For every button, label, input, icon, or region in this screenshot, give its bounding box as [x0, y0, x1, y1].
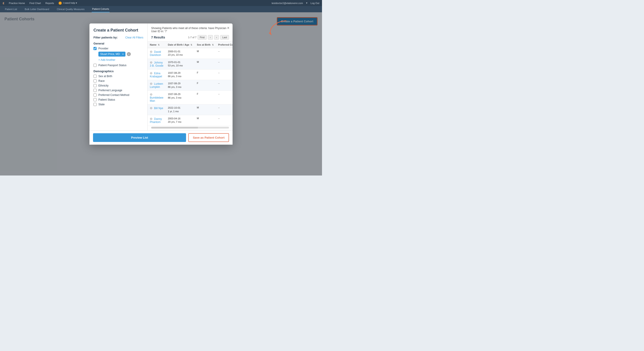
dob-cell: 1937-08-2986 yrs, 3 mo [166, 91, 195, 104]
state-label: State [98, 103, 105, 106]
patient-name-link[interactable]: Bumblebee Man [150, 96, 164, 102]
sex-cell: M [194, 104, 216, 115]
sex-cell: M [194, 48, 216, 59]
row-exclude-icon: ⊖ [150, 117, 152, 120]
dob-cell: 1970-01-0153 yrs, 10 mo [166, 58, 195, 69]
sub-nav: Patient List Bulk Letter Dashboard Clini… [0, 6, 322, 12]
filter-sex: Sex at Birth [94, 75, 143, 78]
row-exclude-icon: ⊖ [150, 106, 152, 110]
subnav-patient-cohorts[interactable]: Patient Cohorts [92, 6, 110, 12]
filter-ethnicity: Ethnicity [94, 84, 143, 87]
nav-practice-home[interactable]: Practice Home [9, 2, 25, 4]
table-row: ⊖ Bill Nye 2022-10-011 yr, 1 mo M – – [148, 104, 232, 115]
sort-icon-dob: ⇅ [190, 44, 192, 46]
clear-all-filters-link[interactable]: Clear All Filters [125, 36, 143, 39]
state-checkbox[interactable] [94, 103, 96, 106]
col-preferred-contact[interactable]: Preferred Contact Method ⇅ [216, 42, 232, 48]
pagination-first[interactable]: First [198, 35, 206, 40]
dob-cell: 2000-01-0123 yrs, 10 mo [166, 48, 195, 59]
race-label: Race [98, 79, 105, 82]
contact-method-label: Preferred Contact Method [98, 94, 129, 96]
preview-list-button[interactable]: Preview List [93, 133, 186, 142]
page-range: 1-7 of 7 [188, 36, 196, 39]
clear-provider-button[interactable]: × [127, 52, 131, 56]
filter-passport: Patient Passport Status [94, 64, 143, 67]
dob-cell: 2022-10-011 yr, 1 mo [166, 104, 195, 115]
preferred-contact-cell: – [216, 104, 232, 115]
subnav-cqm[interactable]: Clinical Quality Measures [56, 6, 85, 12]
modal-close-button[interactable]: × [227, 26, 230, 30]
filter-by-label: Filter patients by: [94, 36, 118, 39]
logo: ε [3, 1, 4, 5]
modal-footer: Preview List Save as Patient Cohort [90, 130, 232, 145]
row-exclude-icon: ⊖ [150, 60, 152, 64]
language-label: Preferred Language [98, 89, 122, 92]
dob-cell: 1937-08-2986 yrs, 3 mo [166, 69, 195, 80]
page-background: Create a Patient Cohort Patient Cohorts … [0, 12, 322, 176]
sex-label: Sex at Birth [98, 75, 112, 78]
sex-cell: M [194, 115, 216, 126]
sex-checkbox[interactable] [94, 75, 96, 78]
table-row: ⊖ Bumblebee Man 1937-08-2986 yrs, 3 mo F… [148, 91, 232, 104]
subnav-bulk-letter[interactable]: Bulk Letter Dashboard [24, 6, 50, 12]
row-exclude-icon: ⊖ [150, 82, 152, 86]
sex-cell: F [194, 80, 216, 91]
ethnicity-label: Ethnicity [98, 84, 108, 87]
preferred-contact-cell: – [216, 69, 232, 80]
filter-patient-status: Patient Status [94, 98, 143, 101]
top-nav: ε Practice Home Find Chart Reports ! I n… [0, 0, 322, 6]
preferred-contact-cell: – [216, 80, 232, 91]
contact-method-checkbox[interactable] [94, 94, 96, 96]
patient-name-link[interactable]: Bill Nye [154, 107, 163, 110]
preferred-contact-cell: – [216, 91, 232, 104]
results-table: Name ⇅ Date of Birth / Age ⇅ Sex at Birt… [148, 42, 232, 126]
create-cohort-modal: × Create a Patient Cohort Filter patient… [90, 24, 232, 145]
pagination-prev[interactable]: ‹ [208, 35, 213, 40]
provider-label: Provider [98, 47, 108, 50]
patient-status-checkbox[interactable] [94, 98, 96, 101]
results-header: Showing Patients who meet all of these c… [148, 24, 232, 42]
section-demographics-title: Demographics [94, 70, 143, 73]
filter-preferred-contact: Preferred Contact Method [94, 94, 143, 96]
subnav-patient-list[interactable]: Patient List [4, 6, 18, 12]
add-another-link[interactable]: + Add Another [98, 58, 143, 62]
table-row: ⊖ Danny Phantom 2003-04-1620 yrs, 7 mo M… [148, 115, 232, 126]
scrollbar-hint [151, 127, 229, 128]
criteria-text: Showing Patients who meet all of these c… [151, 26, 229, 33]
col-sex[interactable]: Sex at Birth ⇅ [194, 42, 216, 48]
nav-reports[interactable]: Reports [46, 2, 54, 4]
col-name[interactable]: Name ⇅ [148, 42, 166, 48]
col-dob[interactable]: Date of Birth / Age ⇅ [166, 42, 195, 48]
filter-provider: Provider [94, 47, 143, 50]
nav-help[interactable]: ! I need help ▾ [58, 2, 77, 5]
passport-checkbox[interactable] [94, 64, 96, 67]
user-email[interactable]: testdoctor2@elationemr.com [272, 2, 303, 4]
help-warning-icon: ! [58, 2, 62, 5]
filter-race: Race [94, 79, 143, 82]
filter-state: State [94, 103, 143, 106]
sort-icon-name: ⇅ [158, 44, 160, 46]
race-checkbox[interactable] [94, 79, 96, 82]
filter-panel: Create a Patient Cohort Filter patients … [90, 24, 148, 130]
results-panel: Showing Patients who meet all of these c… [148, 24, 232, 130]
language-checkbox[interactable] [94, 89, 96, 92]
pagination-last[interactable]: Last [220, 35, 229, 40]
preferred-contact-cell: – [216, 58, 232, 69]
results-table-wrap: Name ⇅ Date of Birth / Age ⇅ Sex at Birt… [148, 42, 232, 126]
save-cohort-button[interactable]: Save as Patient Cohort [188, 133, 229, 142]
table-row: ⊖ David Davidson 2000-01-0123 yrs, 10 mo… [148, 48, 232, 59]
ethnicity-checkbox[interactable] [94, 84, 96, 87]
passport-label: Patient Passport Status [98, 64, 126, 67]
modal-title: Create a Patient Cohort [94, 28, 143, 33]
provider-select[interactable]: Stuart Price, MD [98, 52, 126, 56]
provider-dropdown-wrap: Stuart Price, MD [98, 52, 126, 56]
sex-cell: F [194, 69, 216, 80]
row-exclude-icon: ⊖ [150, 71, 152, 75]
nav-find-chart[interactable]: Find Chart [30, 2, 41, 4]
logout-link[interactable]: Log Out [310, 2, 319, 4]
sort-icon-sex: ⇅ [212, 44, 214, 46]
pagination-next[interactable]: › [214, 35, 219, 40]
provider-checkbox[interactable] [94, 47, 96, 50]
row-exclude-icon: ⊖ [150, 50, 152, 54]
table-row: ⊖ Johnny 3 B. Goode 1970-01-0153 yrs, 10… [148, 58, 232, 69]
